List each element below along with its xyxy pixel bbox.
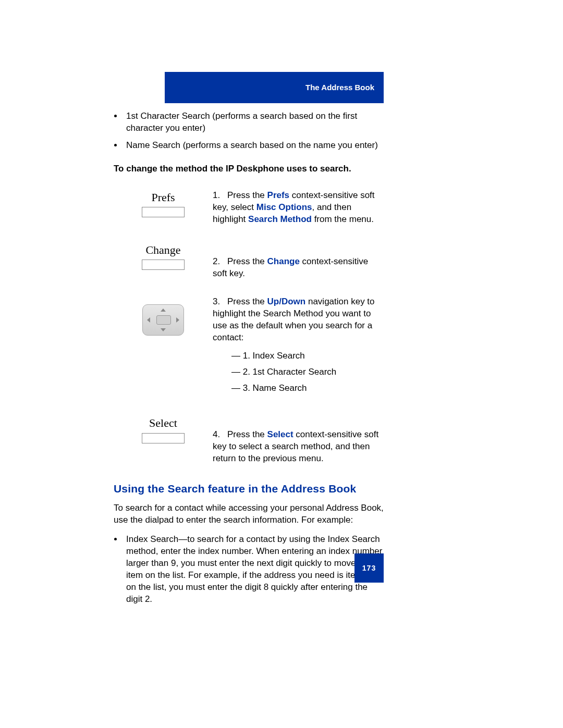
paragraph: To search for a contact while accessing … [114, 502, 385, 526]
text-fragment: Press the [227, 429, 267, 439]
keyword-change: Change [267, 256, 300, 266]
section-heading: Using the Search feature in the Address … [114, 482, 385, 496]
softkey-box-icon [142, 433, 185, 443]
arrow-left-icon [147, 317, 150, 323]
list-item: Name Search (performs a search based on … [123, 140, 385, 152]
text-fragment: Press the [227, 190, 267, 200]
softkey-box-icon [142, 260, 185, 270]
text-fragment: Press the [227, 297, 267, 306]
arrow-up-icon [161, 309, 166, 312]
intro-bullet-list: 1st Character Search (performs a search … [114, 110, 385, 152]
instruction-heading: To change the method the IP Deskphone us… [114, 163, 385, 175]
step-text: 3.Press the Up/Down navigation key to hi… [213, 296, 385, 399]
softkey-label-change: Change [145, 242, 180, 258]
document-page: The Address Book 1st Character Search (p… [0, 0, 563, 728]
page-number: 173 [362, 563, 376, 573]
page-number-box: 173 [354, 553, 384, 583]
text-fragment: from the menu. [312, 214, 374, 224]
list-item: 1st Character Search (performs a search … [123, 110, 385, 134]
softkey-graphic: Select [114, 415, 213, 443]
step-row: Change 2.Press the Change context-sensit… [114, 242, 385, 280]
step-number: 1. [213, 190, 227, 202]
text-fragment: Press the [227, 256, 267, 266]
steps-container: Prefs 1.Press the Prefs context-sensitiv… [114, 190, 385, 465]
list-item: — 3. Name Search [213, 382, 385, 394]
step-row: Select 4.Press the Select context-sensit… [114, 415, 385, 465]
keyword-search-method: Search Method [248, 214, 312, 224]
keyword-select: Select [267, 429, 293, 439]
list-item: Index Search—to search for a contact by … [123, 534, 385, 606]
arrow-right-icon [176, 317, 179, 323]
header-title: The Address Book [305, 82, 374, 93]
softkey-label-select: Select [149, 415, 177, 431]
keyword-prefs: Prefs [267, 190, 290, 200]
keyword-misc-options: Misc Options [256, 202, 312, 212]
softkey-graphic: Change [114, 242, 213, 270]
step-text: 4.Press the Select context-sensitive sof… [213, 415, 385, 465]
example-bullet-list: Index Search—to search for a contact by … [114, 534, 385, 606]
keyword-up: Up [267, 297, 279, 306]
step-text: 2.Press the Change context-sensitive sof… [213, 242, 385, 280]
navpad-graphic [114, 296, 213, 336]
step-text: 1.Press the Prefs context-sensitive soft… [213, 190, 385, 226]
step-row: Prefs 1.Press the Prefs context-sensitiv… [114, 190, 385, 226]
content-area: 1st Character Search (performs a search … [114, 110, 385, 617]
arrow-down-icon [161, 328, 166, 331]
step-number: 2. [213, 256, 227, 268]
step-row: 3.Press the Up/Down navigation key to hi… [114, 296, 385, 399]
softkey-label-prefs: Prefs [151, 190, 175, 205]
list-item: — 2. 1st Character Search [213, 366, 385, 378]
keyword-down: Down [282, 297, 305, 306]
navpad-center-icon [156, 315, 171, 325]
option-list: — 1. Index Search — 2. 1st Character Sea… [213, 350, 385, 394]
softkey-graphic: Prefs [114, 190, 213, 218]
softkey-box-icon [142, 207, 185, 217]
step-number: 4. [213, 429, 227, 441]
navpad-icon [142, 304, 184, 336]
list-item: — 1. Index Search [213, 350, 385, 362]
header-bar: The Address Book [165, 72, 384, 103]
step-number: 3. [213, 296, 227, 308]
